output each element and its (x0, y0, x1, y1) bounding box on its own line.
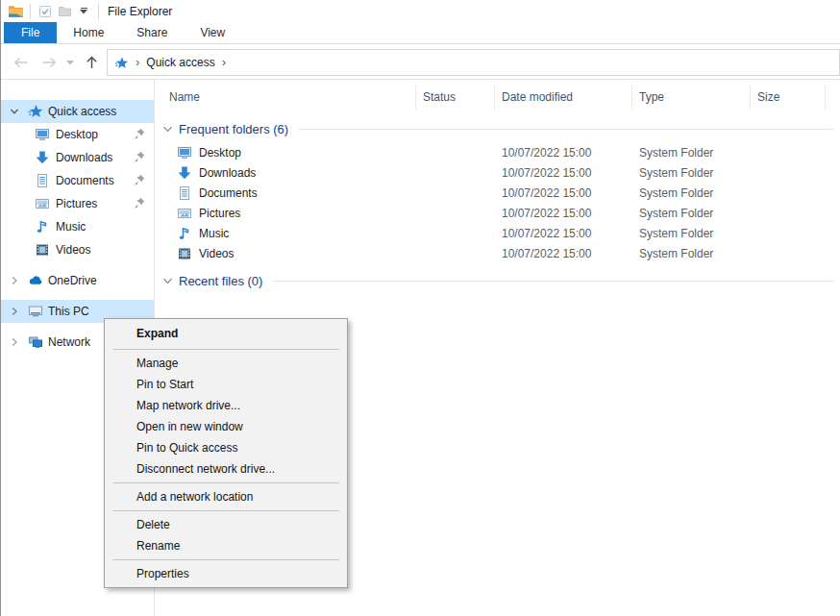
documents-icon (177, 185, 192, 201)
file-name: Downloads (199, 166, 256, 180)
pin-icon (133, 127, 147, 141)
group-header-label: Recent files (0) (179, 274, 262, 288)
sidebar-item-label: Network (48, 335, 90, 349)
menu-item-rename[interactable]: Rename (105, 535, 347, 556)
file-row-pictures[interactable]: Pictures 10/07/2022 15:00 System Folder (156, 203, 840, 223)
sidebar-item-label: Documents (56, 174, 114, 187)
file-type: System Folder (632, 146, 751, 160)
sidebar-item-quick-access[interactable]: Quick access (1, 100, 154, 123)
file-name: Documents (199, 186, 258, 200)
menu-item-manage[interactable]: Manage (105, 353, 347, 374)
file-row-desktop[interactable]: Desktop 10/07/2022 15:00 System Folder (156, 142, 840, 162)
menu-item-map-network-drive[interactable]: Map network drive... (105, 395, 347, 416)
pin-icon (133, 150, 147, 164)
tab-label: File (21, 26, 39, 39)
tab-home[interactable]: Home (57, 22, 120, 43)
file-type: System Folder (632, 207, 751, 220)
sidebar-item-desktop[interactable]: Desktop (1, 123, 154, 146)
file-row-videos[interactable]: Videos 10/07/2022 15:00 System Folder (156, 243, 840, 263)
pin-icon (133, 173, 147, 187)
title-bar: File Explorer (1, 0, 840, 22)
chevron-right-icon[interactable] (9, 336, 20, 348)
breadcrumb-chevron-icon[interactable]: › (222, 55, 226, 69)
pictures-icon (35, 196, 50, 211)
breadcrumb-location[interactable]: Quick access (146, 56, 214, 69)
file-date-modified: 10/07/2022 15:00 (495, 146, 632, 160)
videos-icon (177, 246, 192, 261)
file-type: System Folder (632, 247, 751, 260)
sidebar-item-documents[interactable]: Documents (1, 169, 154, 192)
tab-label: Home (73, 26, 104, 39)
recent-locations-dropdown-icon[interactable] (64, 54, 76, 71)
column-header-status[interactable]: Status (416, 86, 495, 110)
group-header-rule (298, 129, 834, 130)
sidebar-item-label: Quick access (48, 105, 116, 118)
network-icon (28, 334, 43, 350)
menu-item-pin-to-start[interactable]: Pin to Start (105, 374, 347, 395)
tab-share[interactable]: Share (120, 22, 184, 43)
videos-icon (35, 242, 50, 258)
chevron-down-icon[interactable] (162, 276, 173, 286)
file-row-documents[interactable]: Documents 10/07/2022 15:00 System Folder (156, 183, 840, 203)
file-row-music[interactable]: Music 10/07/2022 15:00 System Folder (156, 223, 840, 243)
quick-access-star-icon (114, 56, 129, 70)
sidebar-item-label: This PC (48, 305, 89, 318)
group-header-frequent-folders[interactable]: Frequent folders (6) (162, 122, 834, 136)
file-name: Desktop (199, 146, 241, 160)
chevron-down-icon[interactable] (162, 124, 173, 135)
sidebar-item-label: Desktop (56, 128, 98, 141)
group-header-recent-files[interactable]: Recent files (0) (162, 274, 834, 288)
menu-separator (113, 349, 339, 350)
toolbar-dropdown-icon[interactable] (74, 2, 93, 21)
forward-button[interactable] (40, 54, 58, 71)
window-title: File Explorer (108, 5, 172, 18)
this-pc-context-menu: Expand Manage Pin to Start Map network d… (104, 318, 348, 588)
chevron-right-icon[interactable] (9, 275, 20, 286)
chevron-down-icon[interactable] (9, 106, 20, 117)
column-header-date-modified[interactable]: Date modified (495, 86, 632, 110)
this-pc-icon (28, 304, 43, 319)
menu-item-expand[interactable]: Expand (105, 321, 347, 346)
menu-item-add-network-location[interactable]: Add a network location (105, 486, 347, 507)
file-date-modified: 10/07/2022 15:00 (495, 247, 632, 260)
chevron-right-icon[interactable] (9, 306, 20, 317)
new-folder-icon[interactable] (55, 2, 74, 21)
file-date-modified: 10/07/2022 15:00 (495, 227, 632, 240)
column-header-name[interactable]: Name (156, 86, 416, 110)
menu-item-pin-to-quick-access[interactable]: Pin to Quick access (105, 437, 347, 458)
file-explorer-window: File Explorer File Home Share View (0, 0, 840, 616)
up-button[interactable] (83, 54, 100, 71)
quick-access-star-icon (28, 104, 43, 119)
sidebar-item-onedrive[interactable]: OneDrive (1, 269, 154, 292)
sidebar-item-pictures[interactable]: Pictures (1, 192, 154, 215)
address-bar[interactable]: › Quick access › (107, 49, 840, 76)
column-header-type[interactable]: Type (632, 86, 751, 110)
downloads-icon (177, 165, 192, 181)
menu-item-disconnect-network-drive[interactable]: Disconnect network drive... (105, 458, 347, 480)
tab-label: Share (136, 26, 167, 39)
column-header-row: Name Status Date modified Type Size (156, 86, 840, 110)
menu-item-properties[interactable]: Properties (105, 563, 347, 584)
titlebar-divider (98, 4, 99, 19)
sidebar-item-music[interactable]: Music (1, 215, 154, 238)
menu-item-delete[interactable]: Delete (105, 514, 347, 535)
back-button[interactable] (12, 54, 29, 71)
menu-separator (113, 510, 339, 511)
navigation-bar: › Quick access › (1, 45, 840, 80)
ribbon-tab-bar: File Home Share View (1, 22, 840, 44)
sidebar-item-videos[interactable]: Videos (1, 238, 154, 261)
properties-check-icon[interactable] (36, 2, 55, 21)
file-name: Videos (199, 247, 234, 260)
desktop-icon (177, 145, 192, 160)
menu-separator (113, 559, 339, 560)
tab-file[interactable]: File (4, 22, 57, 43)
file-name: Pictures (199, 207, 240, 220)
menu-item-open-in-new-window[interactable]: Open in new window (105, 416, 347, 437)
sidebar-item-label: Downloads (56, 151, 112, 164)
file-name: Music (199, 227, 229, 240)
column-header-size[interactable]: Size (751, 86, 826, 110)
file-type: System Folder (632, 166, 751, 180)
tab-view[interactable]: View (184, 22, 241, 43)
file-row-downloads[interactable]: Downloads 10/07/2022 15:00 System Folder (156, 162, 840, 183)
sidebar-item-downloads[interactable]: Downloads (1, 146, 154, 169)
